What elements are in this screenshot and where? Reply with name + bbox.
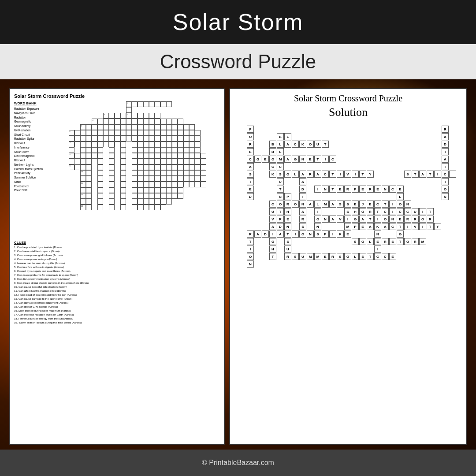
solution-cell: R	[344, 186, 351, 193]
solution-cell: I	[442, 148, 449, 155]
crossword-cell	[143, 176, 149, 182]
crossword-cell	[178, 164, 183, 170]
crossword-cell	[120, 119, 126, 124]
crossword-cell	[178, 170, 183, 176]
solution-cell: T	[367, 253, 374, 260]
crossword-cell	[143, 136, 149, 141]
crossword-cell	[178, 153, 183, 159]
crossword-cell	[103, 141, 109, 147]
solution-cell: G	[269, 238, 276, 245]
solution-cell: T	[277, 186, 284, 193]
crossword-cell	[115, 119, 120, 124]
solution-cell: A	[299, 171, 306, 178]
solution-cell: T	[269, 253, 276, 260]
crossword-cell	[143, 101, 149, 107]
crossword-cell	[132, 119, 138, 124]
solution-cell: G	[397, 231, 404, 238]
crossword-cell	[138, 159, 143, 164]
solution-cell: A	[442, 156, 449, 163]
crossword-cell	[132, 147, 138, 153]
crossword-cell	[86, 193, 92, 199]
panels-container: Solar Storm Crossword Puzzle WORD BANK R…	[9, 88, 467, 445]
crossword-cell	[86, 205, 92, 210]
crossword-cell	[115, 130, 120, 136]
solution-cell: C	[389, 223, 396, 230]
solution-cell: I	[269, 231, 276, 238]
crossword-cell	[183, 141, 189, 147]
crossword-cell	[160, 136, 166, 141]
crossword-cell	[109, 136, 115, 141]
crossword-cell	[155, 153, 160, 159]
crossword-cell	[160, 176, 166, 182]
solution-cell: D	[299, 186, 306, 193]
solution-cell: A	[284, 141, 291, 148]
solution-cell: A	[419, 171, 426, 178]
solution-cell: A	[329, 201, 336, 208]
solution-cell: S	[299, 223, 306, 230]
crossword-cell	[166, 130, 172, 136]
crossword-cell	[74, 136, 80, 141]
crossword-cell: 5	[80, 124, 86, 130]
crossword-cell	[132, 130, 138, 136]
crossword-cell	[166, 101, 172, 107]
solution-cell: P	[322, 231, 329, 238]
solution-cell: B	[269, 141, 276, 148]
crossword-cell	[166, 199, 172, 205]
crossword-cell	[132, 199, 138, 205]
crossword-cell	[160, 170, 166, 176]
crossword-cell	[120, 164, 126, 170]
solution-cell: V	[269, 216, 276, 223]
clue-item: 19. 'Storm season' occurs during this ti…	[14, 321, 219, 325]
crossword-cell	[201, 182, 206, 187]
crossword-cell: 10	[80, 170, 86, 176]
solution-cell: N	[277, 193, 284, 200]
crossword-cell	[155, 124, 160, 130]
crossword-cell	[178, 136, 183, 141]
crossword-cell	[143, 130, 149, 136]
crossword-cell	[149, 164, 155, 170]
crossword-cell	[195, 164, 201, 170]
crossword-cell	[109, 153, 115, 159]
crossword-cell	[80, 147, 86, 153]
crossword-cell	[132, 182, 138, 187]
word-bank-item: Forecasted	[14, 184, 54, 189]
solution-grid: FROBLARBLACKOUTDEBLICGEOMAGNETICAACCTSKS…	[242, 123, 454, 440]
crossword-cell	[138, 130, 143, 136]
solution-cell	[449, 171, 456, 178]
crossword-cell	[172, 170, 178, 176]
crossword-cell	[109, 176, 115, 182]
word-bank-item: Radiation Exposure	[14, 107, 54, 111]
crossword-cell	[183, 153, 189, 159]
solution-cell: R	[277, 216, 284, 223]
crossword-cell	[86, 159, 92, 164]
crossword-cell	[143, 187, 149, 193]
solution-cell: M	[344, 223, 351, 230]
solution-cell: E	[322, 253, 329, 260]
solution-cell: T	[314, 156, 321, 163]
crossword-area: WORD BANK Radiation ExposureNavigation E…	[14, 101, 219, 238]
solution-cell: E	[247, 186, 254, 193]
solution-cell: C	[397, 208, 404, 215]
crossword-cell: 7	[69, 141, 74, 147]
solution-cell: A	[359, 216, 366, 223]
main-title: Solar Storm	[0, 0, 476, 44]
crossword-cell	[195, 153, 201, 159]
crossword-cell	[189, 176, 195, 182]
clues-label: CLUES	[14, 241, 219, 245]
solution-cell: H	[352, 208, 359, 215]
crossword-cell	[103, 119, 109, 124]
crossword-cell	[189, 164, 195, 170]
solution-cell: S	[344, 208, 351, 215]
crossword-cell	[132, 159, 138, 164]
crossword-cell	[160, 124, 166, 130]
solution-cell: E	[367, 201, 374, 208]
solution-cell: L	[367, 238, 374, 245]
solution-cell: A	[269, 223, 276, 230]
solution-cell: I	[344, 216, 351, 223]
solution-cell: C	[442, 171, 449, 178]
crossword-cell	[126, 107, 132, 113]
word-bank-item: Radiation	[14, 115, 54, 120]
crossword-cell	[149, 193, 155, 199]
crossword-cell	[92, 141, 97, 147]
crossword-cell	[166, 176, 172, 182]
